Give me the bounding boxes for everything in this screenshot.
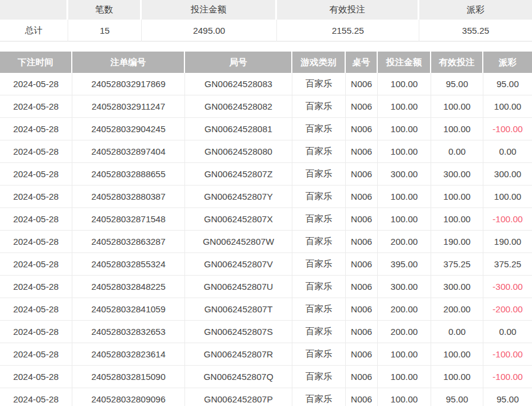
cell-bet-time: 2024-05-28	[0, 186, 72, 208]
cell-bet: 300.00	[378, 163, 431, 186]
cell-payout: -300.00	[483, 276, 532, 298]
details-header-bet: 投注金额	[378, 52, 431, 73]
summary-header-row: 笔数 投注金额 有效投注 派彩	[0, 0, 532, 20]
cell-round-id: GN0062452807T	[185, 298, 292, 321]
details-header-time: 下注时间	[0, 52, 72, 73]
cell-table-no: N006	[346, 321, 378, 343]
cell-game-type: 百家乐	[292, 276, 346, 298]
cell-bet: 100.00	[378, 208, 431, 231]
cell-bet-time: 2024-05-28	[0, 140, 72, 163]
table-row: 2024-05-28 240528032823614 GN0062452807R…	[0, 343, 532, 366]
cell-bet-time: 2024-05-28	[0, 343, 72, 366]
cell-bet-id: 240528032880387	[72, 186, 185, 208]
cell-game-type: 百家乐	[292, 298, 346, 321]
cell-bet-id: 240528032855324	[72, 253, 185, 276]
summary-total-row: 总计 15 2495.00 2155.25 355.25	[0, 20, 532, 41]
cell-payout: 100.00	[483, 186, 532, 208]
table-row: 2024-05-28 240528032880387 GN0062452807Y…	[0, 186, 532, 208]
cell-valid-bet: 95.00	[431, 388, 483, 406]
cell-bet: 100.00	[378, 118, 431, 140]
cell-payout: 95.00	[483, 73, 532, 95]
cell-table-no: N006	[346, 276, 378, 298]
cell-bet-id: 240528032823614	[72, 343, 185, 366]
cell-bet-id: 240528032809096	[72, 388, 185, 406]
cell-game-type: 百家乐	[292, 388, 346, 406]
cell-bet: 200.00	[378, 231, 431, 253]
cell-payout: 100.00	[483, 95, 532, 118]
cell-payout: -200.00	[483, 298, 532, 321]
cell-valid-bet: 100.00	[431, 95, 483, 118]
cell-game-type: 百家乐	[292, 186, 346, 208]
cell-bet-id: 240528032917869	[72, 73, 185, 95]
summary-total-payout: 355.25	[419, 20, 532, 41]
bet-records-table: 下注时间 注单编号 局号 游戏类别 桌号 投注金额 有效投注 派彩 2024-0…	[0, 52, 532, 406]
table-row: 2024-05-28 240528032815090 GN0062452807Q…	[0, 366, 532, 388]
cell-bet-time: 2024-05-28	[0, 253, 72, 276]
cell-bet-time: 2024-05-28	[0, 208, 72, 231]
cell-table-no: N006	[346, 95, 378, 118]
cell-game-type: 百家乐	[292, 208, 346, 231]
cell-bet-time: 2024-05-28	[0, 321, 72, 343]
table-row: 2024-05-28 240528032888655 GN0062452807Z…	[0, 163, 532, 186]
cell-table-no: N006	[346, 118, 378, 140]
cell-payout: 95.00	[483, 388, 532, 406]
details-header-row: 下注时间 注单编号 局号 游戏类别 桌号 投注金额 有效投注 派彩	[0, 52, 532, 73]
table-row: 2024-05-28 240528032841059 GN0062452807T…	[0, 298, 532, 321]
cell-payout: 375.25	[483, 253, 532, 276]
summary-total-bet: 2495.00	[142, 20, 277, 41]
cell-bet-time: 2024-05-28	[0, 276, 72, 298]
summary-table: 笔数 投注金额 有效投注 派彩 总计 15 2495.00 2155.25 35…	[0, 0, 532, 41]
cell-valid-bet: 95.00	[431, 73, 483, 95]
cell-valid-bet: 300.00	[431, 276, 483, 298]
cell-bet-id: 240528032841059	[72, 298, 185, 321]
table-row: 2024-05-28 240528032863287 GN0062452807W…	[0, 231, 532, 253]
cell-valid-bet: 100.00	[431, 118, 483, 140]
summary-total-count: 15	[68, 20, 142, 41]
cell-bet-id: 240528032815090	[72, 366, 185, 388]
cell-table-no: N006	[346, 186, 378, 208]
cell-table-no: N006	[346, 366, 378, 388]
cell-round-id: GN0062452807R	[185, 343, 292, 366]
details-body: 2024-05-28 240528032917869 GN00624528083…	[0, 73, 532, 406]
cell-valid-bet: 100.00	[431, 208, 483, 231]
cell-valid-bet: 0.00	[431, 321, 483, 343]
cell-bet-id: 240528032871548	[72, 208, 185, 231]
summary-header-payout: 派彩	[419, 0, 532, 20]
cell-table-no: N006	[346, 73, 378, 95]
cell-bet-id: 240528032832653	[72, 321, 185, 343]
cell-table-no: N006	[346, 208, 378, 231]
cell-table-no: N006	[346, 231, 378, 253]
cell-game-type: 百家乐	[292, 343, 346, 366]
cell-bet: 100.00	[378, 366, 431, 388]
cell-bet: 100.00	[378, 140, 431, 163]
cell-round-id: GN00624528081	[185, 118, 292, 140]
table-row: 2024-05-28 240528032904245 GN00624528081…	[0, 118, 532, 140]
table-row: 2024-05-28 240528032917869 GN00624528083…	[0, 73, 532, 95]
cell-game-type: 百家乐	[292, 253, 346, 276]
table-row: 2024-05-28 240528032832653 GN0062452807S…	[0, 321, 532, 343]
cell-table-no: N006	[346, 253, 378, 276]
details-header-bet-id: 注单编号	[72, 52, 185, 73]
cell-bet-time: 2024-05-28	[0, 298, 72, 321]
cell-bet: 100.00	[378, 343, 431, 366]
cell-round-id: GN00624528082	[185, 95, 292, 118]
cell-round-id: GN0062452807V	[185, 253, 292, 276]
cell-game-type: 百家乐	[292, 95, 346, 118]
cell-bet: 100.00	[378, 186, 431, 208]
cell-bet-time: 2024-05-28	[0, 366, 72, 388]
cell-valid-bet: 0.00	[431, 140, 483, 163]
cell-table-no: N006	[346, 343, 378, 366]
cell-valid-bet: 100.00	[431, 343, 483, 366]
table-row: 2024-05-28 240528032871548 GN0062452807X…	[0, 208, 532, 231]
cell-bet: 100.00	[378, 95, 431, 118]
cell-bet: 100.00	[378, 73, 431, 95]
cell-bet: 100.00	[378, 388, 431, 406]
cell-valid-bet: 300.00	[431, 163, 483, 186]
cell-bet-id: 240528032848225	[72, 276, 185, 298]
cell-round-id: GN0062452807Z	[185, 163, 292, 186]
cell-payout: 0.00	[483, 140, 532, 163]
cell-bet: 395.00	[378, 253, 431, 276]
cell-bet-time: 2024-05-28	[0, 231, 72, 253]
cell-game-type: 百家乐	[292, 366, 346, 388]
cell-round-id: GN0062452807Q	[185, 366, 292, 388]
